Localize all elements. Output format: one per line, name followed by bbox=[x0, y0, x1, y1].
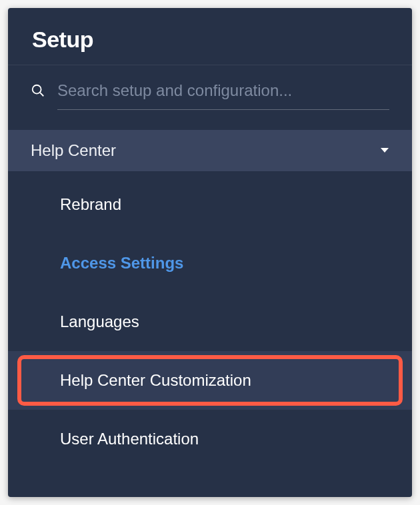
nav-item-access-settings[interactable]: Access Settings bbox=[8, 234, 412, 292]
search-input[interactable] bbox=[57, 81, 389, 100]
nav-label: Languages bbox=[60, 312, 139, 331]
section-header-help-center[interactable]: Help Center bbox=[8, 130, 412, 171]
nav-item-languages[interactable]: Languages bbox=[8, 292, 412, 351]
chevron-down-icon bbox=[380, 147, 389, 154]
nav-label: User Authentication bbox=[60, 430, 199, 448]
nav-list: Rebrand Access Settings Languages Help C… bbox=[8, 171, 412, 468]
search-row[interactable] bbox=[31, 81, 389, 109]
section-title: Help Center bbox=[31, 141, 116, 160]
page-title: Setup bbox=[32, 27, 388, 53]
svg-line-1 bbox=[40, 93, 43, 96]
nav-label: Help Center Customization bbox=[60, 371, 251, 390]
nav-item-rebrand[interactable]: Rebrand bbox=[8, 175, 412, 234]
nav-item-user-authentication[interactable]: User Authentication bbox=[8, 410, 412, 468]
search-underline bbox=[57, 109, 389, 110]
nav-label: Access Settings bbox=[60, 254, 183, 272]
nav-label: Rebrand bbox=[60, 195, 121, 214]
setup-panel: Setup Help Center Rebrand Access Setting… bbox=[8, 8, 412, 497]
nav-item-help-center-customization[interactable]: Help Center Customization bbox=[8, 351, 412, 410]
svg-point-0 bbox=[33, 85, 41, 94]
search-container bbox=[8, 65, 412, 115]
search-icon bbox=[31, 83, 45, 98]
panel-header: Setup bbox=[8, 8, 412, 65]
